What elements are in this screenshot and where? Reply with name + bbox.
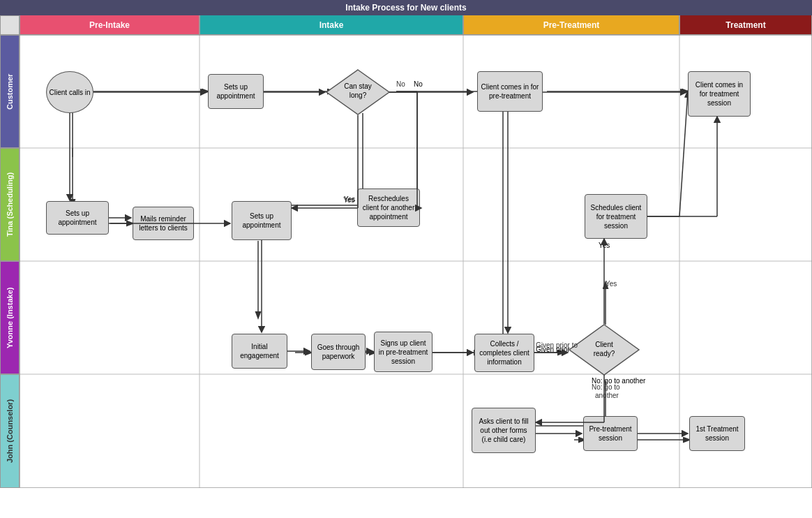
flowchart-area: Client calls in Sets up appointment Can … xyxy=(20,35,812,488)
node-client-comes-treatment: Client comes in for treatment session xyxy=(688,71,751,117)
node-can-stay-long: Can stay long? xyxy=(326,70,389,115)
svg-text:Can stay: Can stay xyxy=(344,82,371,90)
label-yes: Yes xyxy=(344,195,355,203)
node-client-comes-pre-treatment: Client comes in for pre-treatment xyxy=(477,71,543,112)
node-asks-client: Asks client to fill out other forms (i.e… xyxy=(472,408,536,453)
node-sets-up-appt-tina2: Sets up appointment xyxy=(232,201,292,240)
title-text: Intake Process for New clients xyxy=(345,3,466,13)
svg-text:long?: long? xyxy=(349,91,367,99)
phase-pre-intake: Pre-Intake xyxy=(20,15,200,35)
node-collects-completes: Collects / completes client information xyxy=(474,334,534,372)
node-1st-treatment-session: 1st Treatment session xyxy=(689,416,745,451)
label-no-go-to-another: No: go to another xyxy=(592,377,645,385)
node-mails-reminder: Mails reminder letters to clients xyxy=(133,207,194,240)
lane-label-yvonne: Yvonne (Instake) xyxy=(0,261,20,374)
svg-text:ready?: ready? xyxy=(594,350,615,357)
node-pre-treatment-session: Pre-treatment session xyxy=(583,416,638,451)
svg-line-28 xyxy=(679,91,688,216)
title-bar: Intake Process for New clients xyxy=(0,0,812,15)
node-schedules-treatment: Schedules client for treatment session xyxy=(585,194,647,239)
node-sets-up-appt-tina: Sets up appointment xyxy=(46,201,109,235)
node-initial-engagement: Initial engagement xyxy=(232,334,287,369)
phase-treatment: Treatment xyxy=(679,15,812,35)
diagram-container: Intake Process for New clients Pre-Intak… xyxy=(0,0,812,518)
node-client-ready: Client ready? xyxy=(569,325,639,375)
label-no: No xyxy=(414,80,423,88)
svg-text:Yes: Yes xyxy=(606,280,617,288)
node-client-calls-in: Client calls in xyxy=(46,71,93,113)
svg-text:No: No xyxy=(396,80,405,88)
lane-label-customer: Customer xyxy=(0,35,20,148)
node-sets-up-appt-customer: Sets up appointment xyxy=(208,74,264,109)
node-signs-up-client: Signs up client in pre-treatment session xyxy=(374,332,433,372)
svg-text:Client: Client xyxy=(595,341,613,348)
label-yes-2: Yes xyxy=(599,242,610,249)
phase-pre-treatment: Pre-Treatment xyxy=(463,15,679,35)
lane-label-tina: Tina (Scheduling) xyxy=(0,148,20,261)
node-goes-through-paperwork: Goes through paperwork xyxy=(311,334,366,370)
lane-label-john: John (Counselor) xyxy=(0,374,20,488)
svg-text:another: another xyxy=(595,392,619,399)
node-reschedules-client: Reschedules client for another appointme… xyxy=(357,188,420,227)
phase-intake: Intake xyxy=(200,15,463,35)
